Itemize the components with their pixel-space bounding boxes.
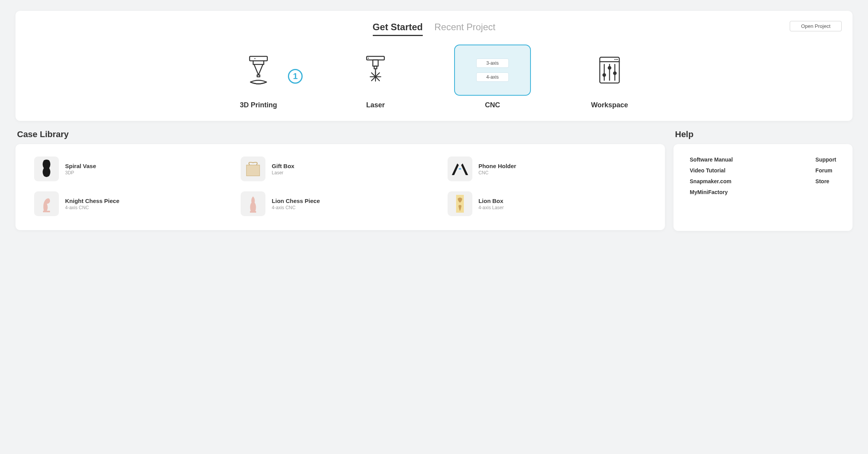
lion-piece-icon (241, 191, 265, 216)
svg-point-21 (608, 67, 611, 69)
case-type: CNC (479, 170, 517, 175)
get-started-panel: Get Started Recent Project Open Project … (16, 11, 852, 121)
cnc-3-axis-button[interactable]: 3-axis (476, 58, 509, 68)
case-lion-box[interactable]: Lion Box 4-axis Laser (448, 191, 646, 216)
cnc-4-axis-button[interactable]: 4-axis (476, 72, 509, 82)
tile-workspace[interactable]: Workspace (571, 45, 648, 109)
help-link-snapmaker[interactable]: Snapmaker.com (690, 178, 800, 184)
printer-icon (220, 45, 297, 96)
tile-label-laser: Laser (366, 101, 385, 109)
lion-box-icon (448, 191, 472, 216)
main-tabs: Get Started Recent Project (26, 22, 842, 36)
case-knight-chess-piece[interactable]: Knight Chess Piece 4-axis CNC (34, 191, 233, 216)
mode-tile-row: 3D Printing Laser (26, 45, 842, 109)
case-lion-chess-piece[interactable]: Lion Chess Piece 4-axis CNC (241, 191, 439, 216)
svg-rect-3 (367, 57, 384, 60)
case-type: Laser (272, 170, 294, 175)
help-link-store[interactable]: Store (815, 178, 836, 184)
cnc-options-box: 3-axis 4-axis (454, 45, 531, 96)
tab-get-started[interactable]: Get Started (373, 22, 423, 36)
svg-rect-23 (246, 165, 260, 176)
svg-rect-24 (250, 211, 256, 213)
help-link-video-tutorial[interactable]: Video Tutorial (690, 167, 800, 174)
tile-3d-printing[interactable]: 3D Printing (220, 45, 297, 109)
help-link-forum[interactable]: Forum (815, 167, 836, 174)
svg-rect-5 (373, 60, 378, 66)
phone-holder-icon (448, 156, 472, 181)
tab-recent-project[interactable]: Recent Project (434, 22, 495, 36)
open-project-button[interactable]: Open Project (790, 21, 842, 31)
svg-point-22 (613, 72, 616, 75)
svg-rect-0 (250, 57, 267, 61)
tile-laser[interactable]: Laser (337, 45, 414, 109)
tile-label-3d-printing: 3D Printing (240, 101, 277, 109)
svg-rect-2 (257, 75, 260, 77)
help-link-myminifactory[interactable]: MyMiniFactory (690, 189, 800, 195)
help-title: Help (673, 129, 852, 139)
tile-label-workspace: Workspace (591, 101, 628, 109)
case-gift-box[interactable]: Gift Box Laser (241, 156, 439, 181)
laser-icon (337, 45, 414, 96)
tile-cnc[interactable]: 3-axis 4-axis CNC (454, 45, 531, 109)
case-type: 4-axis Laser (479, 205, 504, 210)
case-library-title: Case Library (16, 129, 665, 139)
tile-label-cnc: CNC (485, 101, 500, 109)
annotation-step-1: 1 (288, 69, 303, 84)
knight-icon (34, 191, 59, 216)
help-link-software-manual[interactable]: Software Manual (690, 156, 800, 163)
spiral-vase-icon (34, 156, 59, 181)
workspace-icon (571, 45, 648, 96)
case-name: Lion Box (479, 198, 504, 204)
case-name: Knight Chess Piece (65, 198, 119, 204)
svg-point-20 (603, 74, 606, 76)
case-name: Spiral Vase (65, 163, 96, 169)
case-name: Phone Holder (479, 163, 517, 169)
case-name: Lion Chess Piece (272, 198, 320, 204)
case-type: 4-axis CNC (65, 205, 119, 210)
case-library-panel: Spiral Vase 3DP Gift Box Laser (16, 144, 665, 230)
case-name: Gift Box (272, 163, 294, 169)
case-type: 4-axis CNC (272, 205, 320, 210)
help-link-support[interactable]: Support (815, 156, 836, 163)
case-type: 3DP (65, 170, 96, 175)
help-panel: Software Manual Video Tutorial Snapmaker… (673, 144, 852, 231)
case-spiral-vase[interactable]: Spiral Vase 3DP (34, 156, 233, 181)
gift-box-icon (241, 156, 265, 181)
case-phone-holder[interactable]: Phone Holder CNC (448, 156, 646, 181)
